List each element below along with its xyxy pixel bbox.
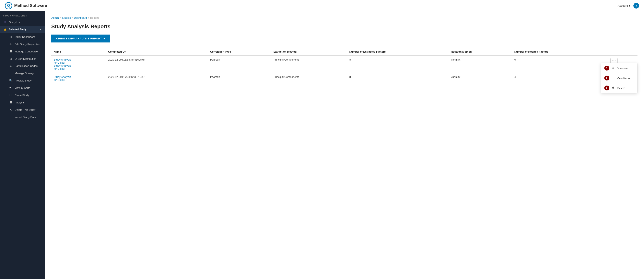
sidebar-item-participation-codes[interactable]: <> Participation Codes: [0, 62, 45, 69]
breadcrumb-sep-3: /: [88, 16, 89, 19]
row2-correlation-type: Pearson: [208, 73, 271, 84]
breadcrumb-admin[interactable]: Admin: [51, 16, 59, 19]
row1-extraction-method: Principal Components: [271, 55, 347, 73]
main-content: Admin / Studies / Dashboard / Reports St…: [45, 11, 644, 279]
top-header: Q Method Software Account ▾ ?: [0, 0, 644, 11]
account-button[interactable]: Account ▾: [618, 4, 630, 7]
breadcrumb: Admin / Studies / Dashboard / Reports: [51, 16, 638, 19]
sidebar-item-view-q-sorts[interactable]: 👁 View Q-Sorts: [0, 84, 45, 91]
dropdown-item-view-report[interactable]: 2 ☐ View Report: [601, 73, 637, 83]
sidebar-label-clone-study: Clone Study: [15, 94, 29, 97]
sidebar-section-title: STUDY MANAGEMENT: [0, 11, 45, 18]
account-label: Account: [618, 4, 628, 7]
table-header-row: Name Completed On Correlation Type Extra…: [51, 48, 638, 55]
dropdown-label-view-report: View Report: [617, 77, 632, 80]
manage-concourse-icon: ☰: [9, 50, 12, 53]
col-rotated-factors: Number of Rotated Factors: [512, 48, 608, 55]
dropdown-badge-3: 3: [604, 86, 609, 90]
row1-extracted-factors: 8: [347, 55, 448, 73]
row2-rotation-method: Varimax: [448, 73, 512, 84]
help-button[interactable]: ?: [634, 3, 639, 8]
sidebar-item-delete-this-study[interactable]: ✕ Delete This Study: [0, 106, 45, 113]
report-table: Name Completed On Correlation Type Extra…: [51, 48, 638, 84]
delete-study-icon: ✕: [9, 108, 12, 111]
row2-rotated-factors: 4: [512, 73, 608, 84]
table-row: Study Analysisfor ColourStudy Analysisfo…: [51, 55, 638, 73]
download-icon: ⬇: [612, 66, 614, 70]
row1-completed-on: 2020-12-09T15:55:48.4160878: [106, 55, 208, 73]
sidebar-label-import-study-data: Import Study Data: [15, 116, 36, 119]
sidebar-item-manage-surveys[interactable]: ☰ Manage Surveys: [0, 69, 45, 77]
sidebar-item-q-sort-distribution[interactable]: ⊞ Q-Sort Distribution: [0, 55, 45, 62]
dropdown-label-delete: Delete: [617, 87, 625, 90]
sidebar-label-manage-surveys: Manage Surveys: [15, 72, 34, 75]
sidebar-item-manage-concourse[interactable]: ☰ Manage Concourse: [0, 48, 45, 55]
page-title: Study Analysis Reports: [51, 23, 638, 30]
dropdown-item-download[interactable]: 1 ⬇ Download: [601, 63, 637, 73]
dropdown-item-delete[interactable]: 3 🗑 Delete: [601, 83, 637, 93]
col-completed-on: Completed On: [106, 48, 208, 55]
row1-name: Study Analysisfor ColourStudy Analysisfo…: [51, 55, 106, 73]
create-new-analysis-report-button[interactable]: CREATE NEW ANALYSIS REPORT +: [51, 34, 110, 42]
row2-name: Study Analysisfor Colour: [51, 73, 106, 84]
sidebar-item-clone-study[interactable]: ❐ Clone Study: [0, 91, 45, 99]
sidebar-label-study-dashboard: Study Dashboard: [15, 35, 35, 38]
row2-extraction-method: Principal Components: [271, 73, 347, 84]
sidebar: STUDY MANAGEMENT ≡ Study List ◉ Selected…: [0, 11, 45, 279]
col-name: Name: [51, 48, 106, 55]
sidebar-item-selected-study[interactable]: ◉ Selected Study ∧: [0, 26, 45, 33]
dropdown-label-download: Download: [617, 67, 628, 70]
col-extraction-method: Extraction Method: [271, 48, 347, 55]
col-rotation-method: Rotation Method: [448, 48, 512, 55]
sidebar-item-study-dashboard[interactable]: ⊞ Study Dashboard: [0, 33, 45, 40]
view-q-sorts-icon: 👁: [9, 86, 12, 89]
sidebar-label-preview-study: Preview Study: [15, 79, 32, 82]
table-row: Study Analysisfor Colour 2020-12-09T17:3…: [51, 73, 638, 84]
row1-name-link[interactable]: Study Analysisfor ColourStudy Analysisfo…: [54, 58, 71, 70]
sidebar-label-view-q-sorts: View Q-Sorts: [15, 86, 30, 89]
sidebar-label-study-list: Study List: [9, 21, 20, 24]
row1-correlation-type: Pearson: [208, 55, 271, 73]
dashboard-icon: ⊞: [9, 35, 12, 38]
sidebar-label-analysis: Analysis: [15, 101, 24, 104]
sidebar-label-delete-this-study: Delete This Study: [15, 108, 36, 111]
breadcrumb-dashboard[interactable]: Dashboard: [74, 16, 87, 19]
sidebar-item-edit-study-properties[interactable]: ✏ Edit Study Properties: [0, 40, 45, 48]
dropdown-menu: 1 ⬇ Download 2 ☐ View Report 3: [601, 63, 638, 93]
sidebar-item-preview-study[interactable]: 🔍 Preview Study: [0, 77, 45, 84]
q-sort-icon: ⊞: [9, 57, 12, 60]
dropdown-badge-1: 1: [604, 66, 609, 70]
manage-surveys-icon: ☰: [9, 71, 12, 75]
breadcrumb-sep-1: /: [60, 16, 61, 19]
sidebar-item-analysis[interactable]: ☰ Analysis: [0, 99, 45, 106]
breadcrumb-studies[interactable]: Studies: [62, 16, 70, 19]
sidebar-label-participation-codes: Participation Codes: [15, 64, 38, 67]
col-correlation-type: Correlation Type: [208, 48, 271, 55]
delete-icon: 🗑: [612, 86, 615, 90]
selected-study-icon: ◉: [3, 28, 7, 31]
sidebar-label-selected-study: Selected Study: [9, 28, 26, 31]
edit-icon: ✏: [9, 42, 12, 46]
breadcrumb-current: Reports: [90, 16, 100, 19]
preview-study-icon: 🔍: [9, 79, 12, 82]
row2-completed-on: 2020-12-09T17:33:12.3878447: [106, 73, 208, 84]
breadcrumb-sep-2: /: [72, 16, 73, 19]
row1-actions-cell: ••• 1 ⬇ Download 2 ☐ View Report: [608, 55, 638, 73]
sidebar-label-edit-study-properties: Edit Study Properties: [15, 43, 40, 46]
sidebar-item-import-study-data[interactable]: ☰ Import Study Data: [0, 113, 45, 121]
list-icon: ≡: [3, 20, 7, 24]
sidebar-item-study-list[interactable]: ≡ Study List: [0, 18, 45, 26]
row2-extracted-factors: 8: [347, 73, 448, 84]
logo-area: Q Method Software: [5, 2, 47, 9]
analysis-icon: ☰: [9, 101, 12, 104]
sidebar-label-manage-concourse: Manage Concourse: [15, 50, 38, 53]
header-right: Account ▾ ?: [618, 3, 639, 8]
account-chevron-icon: ▾: [629, 4, 630, 7]
main-layout: STUDY MANAGEMENT ≡ Study List ◉ Selected…: [0, 11, 644, 279]
create-btn-plus-icon: +: [104, 37, 105, 40]
row2-name-link[interactable]: Study Analysisfor Colour: [54, 75, 71, 81]
clone-study-icon: ❐: [9, 93, 12, 97]
chevron-up-icon: ∧: [40, 28, 42, 31]
col-actions: [608, 48, 638, 55]
col-extracted-factors: Number of Extracted Factors: [347, 48, 448, 55]
